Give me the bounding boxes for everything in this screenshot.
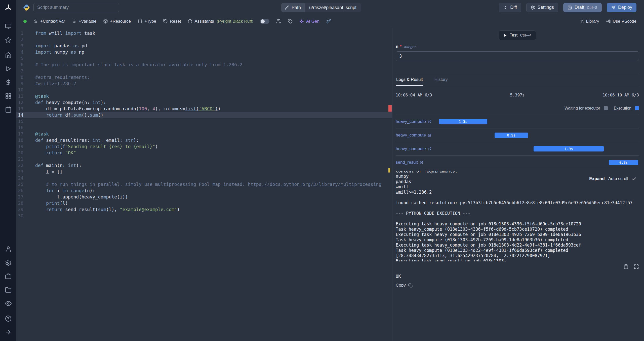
sidebar-item-workers[interactable] [4,272,13,281]
library-button[interactable]: Library [579,19,599,24]
code-line[interactable]: 23 l = [] [16,168,392,175]
job-link[interactable]: heavy_compute [396,146,439,151]
sidebar-item-settings[interactable] [4,258,13,267]
add-variable-button[interactable]: +Variable [72,19,96,24]
gantt-bar[interactable]: 1.3s [439,119,487,124]
result-actions [396,264,639,269]
sidebar-item-collapse[interactable] [4,328,13,336]
line-number: 26 [16,187,23,194]
gantt-bar[interactable]: 0.8s [609,160,638,165]
code-line[interactable]: 5 [16,55,392,61]
tag-button[interactable] [288,19,293,24]
deploy-button[interactable]: Deploy [607,3,636,12]
code-line[interactable]: 25 # to run things in parallel, simply u… [16,181,392,187]
use-vscode-button[interactable]: Use VScode [606,19,637,24]
gantt-bar[interactable]: 1.9s [534,146,604,151]
code-line[interactable]: 22def main(n: int): [16,162,392,168]
code-line[interactable]: 12def heavy_compute(n: int): [16,99,392,106]
code-line[interactable]: 7 [16,68,392,74]
code-line[interactable]: 15 [16,118,392,124]
line-number: 7 [16,68,23,74]
code-line[interactable]: 13 df = pd.DataFrame(np.random.randn(100… [16,106,392,112]
copy-button[interactable]: Copy [396,283,413,288]
multiplayer-button[interactable] [276,19,281,24]
code-line[interactable]: 26 for i in range(n): [16,187,392,194]
test-shortcut: Ctrl+↵ [520,33,531,38]
calendar-icon [5,106,12,113]
code-line[interactable]: 1from wmill import task [16,30,392,36]
add-context-var-button[interactable]: +Context Var [33,19,65,24]
script-summary-input[interactable] [33,3,119,12]
add-type-button[interactable]: +Type [138,19,156,24]
code-text: # to run things in parallel, simply use … [35,181,381,187]
line-number: 15 [16,118,23,124]
gantt-bar[interactable]: 0.9s [495,132,528,138]
reset-button[interactable]: Reset [163,19,181,24]
home-icon [5,52,12,58]
logs-panel[interactable]: content of requirements: numpy pandas wm… [396,171,639,261]
sidebar-item-audit-logs[interactable] [4,299,13,308]
sidebar-item-workspace[interactable] [4,22,13,31]
line-number: 28 [16,200,23,206]
sidebar-item-help[interactable] [4,314,13,323]
code-line[interactable]: 3import pandas as pd [16,43,392,49]
autoscroll-label[interactable]: Auto scroll [608,176,628,181]
clipboard-icon[interactable] [623,264,629,269]
code-line[interactable]: 27 l.append(heavy_compute(i)) [16,194,392,200]
line-number: 20 [16,150,23,156]
sidebar-item-favorites[interactable] [4,36,13,44]
code-line[interactable]: 14 return df.sum().sum() [16,112,392,118]
assistants-button[interactable]: Assistants (Pyright Black Ruff) [188,19,253,24]
windmill-logo-icon[interactable] [5,4,12,13]
edit-path-button[interactable]: Path [281,3,305,12]
expand-logs-button[interactable]: Expand [589,176,605,181]
code-line[interactable]: 11@task [16,93,392,99]
job-link[interactable]: send_result [396,160,439,165]
job-link[interactable]: heavy_compute [396,133,439,138]
test-button[interactable]: Test Ctrl+↵ [499,30,536,40]
diff-button[interactable]: Diff [499,3,521,12]
settings-button[interactable]: Settings [526,3,558,12]
job-link[interactable]: heavy_compute [396,119,439,124]
code-line[interactable]: 24 [16,175,392,181]
code-line[interactable]: 4import numpy as np [16,49,392,55]
copy-icon [408,283,413,288]
tab-history[interactable]: History [434,73,448,86]
code-line[interactable]: 17@task [16,131,392,137]
python-language-icon [23,4,30,11]
tab-logs-and-result[interactable]: Logs & Result [396,73,423,86]
maximize-icon[interactable] [634,264,639,269]
add-resource-button[interactable]: +Resource [103,19,131,24]
code-line[interactable]: 9#wmill>=1.286.2 [16,80,392,87]
sidebar-item-account[interactable] [4,245,13,253]
sidebar-item-runs[interactable] [4,64,13,73]
code-line[interactable]: 8#extra_requirements: [16,74,392,80]
code-line[interactable]: 18def send_result(res: int, email: str): [16,137,392,143]
sidebar-item-home[interactable] [4,51,13,59]
gear-icon [5,259,12,266]
code-line[interactable]: 6# The pin is important since task is a … [16,61,392,68]
arg-n-input[interactable] [396,51,639,61]
briefcase-icon [5,273,12,280]
code-text: def send_result(res: int, email: str): [35,137,139,143]
code-line[interactable]: 21 [16,156,392,162]
sidebar [0,0,16,341]
code-line[interactable]: 29 return send_result(sum(l), "example@e… [16,206,392,213]
draft-button[interactable]: Draft Ctrl+S [563,3,602,12]
sidebar-item-schedules[interactable] [4,105,13,114]
code-line[interactable]: 30 [16,213,392,219]
code-line[interactable]: 20 return "OK" [16,150,392,156]
dollar-icon [33,19,38,24]
code-line[interactable]: 10 [16,87,392,93]
sidebar-item-variables[interactable] [4,78,13,87]
code-line[interactable]: 16 [16,124,392,131]
sidebar-item-folders[interactable] [4,286,13,294]
ai-gen-button[interactable]: AI Gen [299,19,319,24]
code-line[interactable]: 28 print(l) [16,200,392,206]
code-editor[interactable]: 1from wmill import task23import pandas a… [16,28,392,341]
code-line[interactable]: 2 [16,36,392,43]
ai-fix-button[interactable] [326,19,331,24]
sidebar-item-resources[interactable] [4,92,13,100]
code-line[interactable]: 19 print(f"Sending result {res} to {emai… [16,143,392,150]
toggle-switch[interactable] [260,19,269,24]
